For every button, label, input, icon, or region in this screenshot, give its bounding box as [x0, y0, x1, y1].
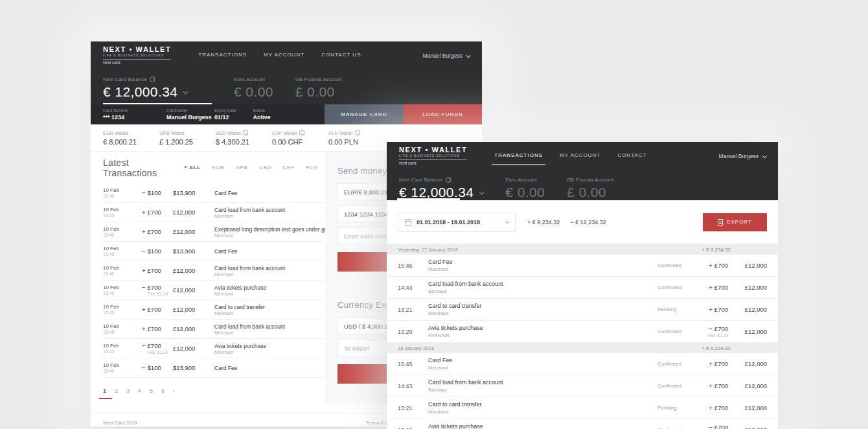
transaction-amount: £700 — [148, 267, 161, 274]
balance-label: Next Card Balance — [399, 177, 443, 183]
transaction-row[interactable]: 10 Feb 15:45 −£700 Fee: €1.24 £12,000 — [103, 281, 325, 300]
transaction-merchant: Merchant — [214, 311, 325, 316]
next-card-balance: Next Card Balance € 12,000.34 — [399, 177, 483, 200]
euro-account-balance: Euro Account € 0.00 — [505, 177, 545, 200]
transaction-merchant: Merchant — [428, 409, 641, 415]
info-icon[interactable] — [446, 177, 451, 183]
balance-value: £ 0.00 — [567, 185, 613, 200]
transaction-row[interactable]: 13:21 Card to card transfer Merchant Pen… — [387, 299, 778, 321]
amount-sign: + — [709, 382, 713, 389]
brand-logo[interactable]: NEXT • WALLET LIFE & BUSINESS SOLUTIONS … — [399, 146, 467, 165]
wallet-options-icon[interactable] — [355, 130, 360, 135]
transaction-time: 15:45 — [103, 213, 142, 218]
transaction-row[interactable]: 10 Feb 15:45 −$100 $13,900 — [103, 242, 325, 261]
transaction-merchant: Barclays — [428, 288, 641, 294]
balance-dropdown[interactable]: € 12,000.34 — [103, 84, 212, 100]
transaction-date: 10 Feb — [103, 284, 142, 290]
transaction-amount: £700 — [148, 325, 161, 332]
transaction-merchant: Barclays — [428, 387, 641, 393]
load-funds-button[interactable]: LOAD FUNDS — [404, 104, 482, 124]
transactions-table: Yesterday, 17 January 2018 + € 9,234.32 … — [387, 244, 778, 429]
transaction-row[interactable]: 10 Feb 15:45 +£700 £12,000 — [103, 261, 325, 281]
transaction-row[interactable]: 15:45 Card Fee Merchant Confirmed +£700 — [387, 255, 778, 277]
chevron-down-icon — [762, 154, 767, 158]
page-button[interactable]: 6 — [161, 388, 165, 394]
page-button[interactable]: 5 — [150, 388, 153, 394]
card-field-value: Manuel Burgess — [166, 114, 198, 121]
user-menu[interactable]: Manuel Burgess — [423, 52, 470, 59]
transaction-row[interactable]: 13:20 Avia tickets purchase RYANAIR Conf… — [387, 419, 778, 429]
transaction-title: Card Fee — [428, 259, 641, 265]
export-button[interactable]: EXPORT — [703, 213, 767, 231]
wallet-balance: £ 1,200.25 — [159, 138, 216, 146]
transaction-amount: £700 — [148, 284, 161, 291]
page-button[interactable]: 4 — [138, 388, 141, 394]
page-button[interactable]: 2 — [115, 388, 118, 394]
transaction-merchant: Merchant — [214, 330, 325, 335]
transaction-row[interactable]: 13:21 Card to card transfer Merchant Pen… — [387, 397, 778, 419]
transaction-row[interactable]: 10 Feb 15:45 −$100 $13,900 — [103, 358, 325, 378]
page-button[interactable]: 1 — [103, 388, 106, 394]
date-group-header: 16 January 2018 + € 9,234.32 — [387, 343, 778, 353]
transaction-time: 15:45 — [103, 291, 142, 296]
filter-pln[interactable]: PLN — [306, 165, 317, 170]
date-range-picker[interactable]: 01.01.2018 - 18.01.2018 — [398, 213, 516, 232]
wallet-options-icon[interactable] — [243, 130, 248, 135]
card-field-label: Card Number — [103, 108, 150, 113]
transaction-row[interactable]: 10 Feb 15:45 +£700 £12,000 — [103, 319, 325, 339]
page-button[interactable]: 3 — [126, 388, 130, 394]
wallet-summary[interactable]: CHF Wallet 0.00 CHF — [272, 130, 328, 146]
nav-transactions[interactable]: TRANSACTIONS — [494, 152, 543, 161]
balance-label: Euro Account — [234, 76, 273, 82]
nav-my-account[interactable]: MY ACCOUNT — [560, 152, 600, 161]
info-icon[interactable] — [150, 76, 155, 82]
transaction-balance: £12,000 — [173, 267, 214, 274]
transaction-row[interactable]: 13:20 Avia tickets purchase RYANAIR Conf… — [387, 321, 778, 343]
nav-my-account[interactable]: MY ACCOUNT — [264, 52, 304, 60]
wallet-summary[interactable]: USD Wallet $ 4,300.21 — [216, 130, 272, 146]
filter-eur[interactable]: EUR — [212, 165, 224, 170]
transaction-merchant: Merchant — [214, 350, 325, 354]
page-button[interactable]: › — [173, 388, 175, 394]
transaction-date: 10 Feb — [103, 187, 142, 193]
brand-logo[interactable]: NEXT • WALLET LIFE & BUSINESS SOLUTIONS … — [103, 46, 171, 65]
wallet-balance: € 8,000.21 — [103, 138, 159, 146]
transaction-amount: £700 — [148, 209, 161, 216]
nav-transactions[interactable]: TRANSACTIONS — [198, 52, 247, 60]
filter-usd[interactable]: USD — [259, 165, 271, 170]
transaction-row[interactable]: 15:45 Card Fee Merchant Confirmed +£700 — [387, 353, 778, 375]
user-menu[interactable]: Manuel Burgess — [719, 153, 766, 159]
transactions-window: NEXT • WALLET LIFE & BUSINESS SOLUTIONS … — [387, 142, 778, 429]
wallet-summary[interactable]: PLN Wallet 0.00 PLN — [328, 130, 385, 146]
transaction-merchant: Merchant — [428, 310, 641, 316]
transaction-time: 13:20 — [398, 329, 428, 335]
transaction-row[interactable]: 14:43 Card load from bank account Barcla… — [387, 277, 778, 299]
transaction-row[interactable]: 10 Feb 15:45 +£700 £12,000 — [103, 203, 325, 222]
header-topbar: NEXT • WALLET LIFE & BUSINESS SOLUTIONS … — [387, 142, 778, 168]
wallet-summary[interactable]: GPB Wallet £ 1,200.25 — [159, 130, 216, 146]
filter-gpb[interactable]: GPB — [236, 165, 248, 170]
wallet-options-icon[interactable] — [299, 130, 304, 135]
transaction-merchant: Merchant — [214, 214, 325, 218]
transaction-row[interactable]: 10 Feb 15:45 +£700 £12,000 — [103, 222, 325, 242]
transaction-status: Confirmed — [641, 361, 689, 367]
manage-card-button[interactable]: MANAGE CARD — [325, 104, 404, 124]
export-label: EXPORT — [727, 219, 752, 225]
transaction-row[interactable]: 10 Feb 15:45 −$100 $13,900 — [103, 183, 325, 203]
filter-chf[interactable]: CHF — [282, 165, 295, 170]
transaction-balance: £12,000 — [173, 306, 214, 313]
transaction-row[interactable]: 14:43 Card load from bank account Barcla… — [387, 375, 778, 397]
filter-all[interactable]: ALL — [185, 165, 201, 170]
transaction-row[interactable]: 10 Feb 15:45 +£700 £12,000 — [103, 300, 325, 319]
transaction-amount: £700 — [714, 404, 728, 412]
nav-contact[interactable]: CONTACT — [617, 152, 646, 161]
wallet-summary[interactable]: EUR Wallet € 8,000.21 — [103, 130, 159, 146]
transaction-time: 13:21 — [398, 405, 428, 412]
latest-transactions-section: Latest Transactions ALL EUR GPB USD CHF … — [91, 152, 325, 403]
balances-row: Next Card Balance € 12,000.34 Euro Accou… — [91, 67, 482, 104]
transaction-time: 13:21 — [398, 307, 428, 313]
transaction-row[interactable]: 10 Feb 15:45 −£700 Fee: €1.24 £12,000 — [103, 339, 325, 358]
nav-contact-us[interactable]: CONTACT US — [321, 52, 361, 60]
pagination: 1 2 3 4 5 6 › — [103, 378, 325, 394]
amount-sign: − — [142, 364, 146, 371]
